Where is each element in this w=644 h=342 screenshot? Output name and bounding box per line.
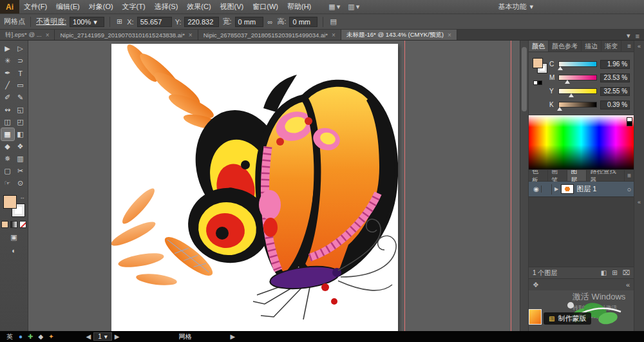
line-tool[interactable]: ╱ xyxy=(1,79,14,91)
tab-menu-icon[interactable]: ≡ xyxy=(636,32,639,40)
width-field[interactable]: 0 mm xyxy=(235,17,263,27)
magenta-slider[interactable] xyxy=(558,75,597,81)
layer-thumbnail[interactable] xyxy=(561,184,574,194)
tab-overflow-caret-icon[interactable]: ▾ xyxy=(627,32,630,40)
tab-pathfinder[interactable]: 路径查找器 xyxy=(587,170,625,181)
make-clipping-mask-icon[interactable]: ◧ xyxy=(601,269,607,276)
perspective-grid-tool[interactable]: ◰ xyxy=(14,116,27,128)
panel-menu-icon[interactable]: ≡ xyxy=(625,41,634,52)
next-artboard-icon[interactable]: ▶ xyxy=(115,333,120,340)
selection-tool[interactable]: ▶ xyxy=(1,43,14,55)
default-bw-swatches[interactable] xyxy=(533,81,542,85)
symbol-sprayer-tool[interactable]: ✵ xyxy=(1,153,14,165)
tab-gradient[interactable]: 渐变 xyxy=(601,41,621,52)
magenta-value-field[interactable]: 23.53 % xyxy=(600,73,630,82)
free-transform-tool[interactable]: ◱ xyxy=(14,104,27,116)
menu-file[interactable]: 文件(F) xyxy=(19,0,52,14)
menu-type[interactable]: 文字(T) xyxy=(118,0,150,14)
panel-menu-icon[interactable]: ≡ xyxy=(625,170,634,181)
hand-tool[interactable]: ☞ xyxy=(1,177,14,189)
mesh-tool[interactable]: ▦ xyxy=(1,128,14,140)
shape-builder-tool[interactable]: ◫ xyxy=(1,116,14,128)
cyan-value-field[interactable]: 1.96 % xyxy=(600,60,630,69)
spectrum-bw-swatches[interactable] xyxy=(627,117,632,126)
layer-target-icon[interactable]: ○ xyxy=(627,185,631,193)
document-layout-icon[interactable]: ▥▾ xyxy=(348,3,359,11)
expand-layer-icon[interactable]: ▶ xyxy=(554,186,558,192)
menu-edit[interactable]: 编辑(E) xyxy=(52,0,84,14)
tab-color-guide[interactable]: 颜色参考 xyxy=(549,41,582,52)
close-icon[interactable]: × xyxy=(189,32,193,39)
direct-selection-tool[interactable]: ▷ xyxy=(14,43,27,55)
tab-color[interactable]: 颜色 xyxy=(529,41,549,52)
slice-tool[interactable]: ✂ xyxy=(14,165,27,177)
new-layer-icon[interactable]: ⊞ xyxy=(612,269,617,276)
artboard[interactable] xyxy=(111,44,398,331)
slider-handle[interactable] xyxy=(557,107,562,111)
language-indicator[interactable]: 英 xyxy=(3,332,16,341)
collapsed-panel-row[interactable]: ❖ « xyxy=(529,278,634,290)
black-slider[interactable] xyxy=(558,102,597,108)
layer-row[interactable]: ◉ ▶ 图层 1 ○ xyxy=(529,182,634,197)
fill-color-proxy[interactable] xyxy=(533,59,542,68)
menu-effect[interactable]: 效果(C) xyxy=(182,0,215,14)
lock-toggle-cell[interactable] xyxy=(544,184,552,195)
opacity-field[interactable]: 100%▾ xyxy=(70,17,104,27)
collapse-dock-icon[interactable]: « xyxy=(638,43,641,50)
visibility-eye-icon[interactable]: ◉ xyxy=(531,185,542,193)
tab-layers[interactable]: 图层 xyxy=(567,170,587,181)
taskbar-app-icon-4[interactable]: ✦ xyxy=(46,333,56,340)
menu-window[interactable]: 窗口(W) xyxy=(248,0,283,14)
layer-name[interactable]: 图层 1 xyxy=(576,184,596,194)
color-mode-button[interactable] xyxy=(1,221,8,228)
canvas[interactable] xyxy=(28,41,528,331)
taskbar-app-icon-1[interactable]: ● xyxy=(16,333,25,340)
y-field[interactable]: 220.832 xyxy=(184,17,219,27)
cyan-slider[interactable] xyxy=(558,61,597,67)
rectangle-tool[interactable]: ▭ xyxy=(14,79,27,91)
none-mode-button[interactable] xyxy=(19,221,26,228)
fill-color-swatch[interactable] xyxy=(4,196,16,208)
collapse-dock-icon[interactable]: « xyxy=(626,281,630,289)
reference-point-icon[interactable]: ⊞ xyxy=(115,17,124,26)
menu-object[interactable]: 对象(O) xyxy=(84,0,118,14)
width-tool[interactable]: ↭ xyxy=(1,104,14,116)
taskbar-app-icon-3[interactable]: ◆ xyxy=(35,333,46,340)
scroll-right-icon[interactable]: ▶ xyxy=(231,333,236,340)
close-icon[interactable]: × xyxy=(448,32,451,39)
artboard-tool[interactable]: ▢ xyxy=(1,165,14,177)
x-field[interactable]: 55.657 xyxy=(137,17,172,27)
document-tab-2[interactable]: Nipic_27141959_20190703101615243838.ai* … xyxy=(55,30,198,40)
document-tab-4-active[interactable]: 未标题-16* @ 143.4% (CMYK/预览) × xyxy=(341,30,457,40)
yellow-slider[interactable] xyxy=(558,88,597,94)
arrange-documents-icon[interactable]: ▦▾ xyxy=(328,3,340,11)
workspace-switcher[interactable]: 基本功能 ▾ xyxy=(498,0,533,14)
lasso-tool[interactable]: ⊃ xyxy=(14,55,27,67)
artboard-number-field[interactable]: 1 ▾ xyxy=(93,332,112,341)
drawing-mode-icon[interactable]: ▣ xyxy=(10,233,17,242)
gradient-mode-button[interactable] xyxy=(10,221,17,228)
height-field[interactable]: 0 mm xyxy=(289,17,317,27)
vertical-scrollbar[interactable] xyxy=(520,41,528,331)
link-icon[interactable]: ∞ xyxy=(267,18,274,26)
black-value-field[interactable]: 0.39 % xyxy=(600,100,630,109)
paintbrush-tool[interactable]: ✐ xyxy=(1,91,14,104)
tab-brushes[interactable]: 画笔 xyxy=(548,170,567,181)
tab-swatches[interactable]: 色板 xyxy=(529,170,548,181)
slider-handle[interactable] xyxy=(565,80,570,84)
menu-view[interactable]: 视图(V) xyxy=(216,0,249,14)
swap-fill-stroke-icon[interactable]: ↔ xyxy=(20,195,25,200)
taskbar-app-icon-2[interactable]: ✚ xyxy=(25,333,35,340)
pen-tool[interactable]: ✒ xyxy=(1,67,14,79)
color-spectrum[interactable] xyxy=(529,115,634,170)
blend-tool[interactable]: ❖ xyxy=(14,140,27,153)
pencil-tool[interactable]: ✎ xyxy=(14,91,27,104)
slider-handle[interactable] xyxy=(569,93,574,97)
tab-stroke[interactable]: 描边 xyxy=(582,41,601,52)
menu-select[interactable]: 选择(S) xyxy=(150,0,183,14)
previous-artboard-icon[interactable]: ◀ xyxy=(86,333,91,340)
yellow-value-field[interactable]: 32.55 % xyxy=(600,87,630,96)
delete-layer-icon[interactable]: ⌧ xyxy=(623,269,630,276)
column-graph-tool[interactable]: ▥ xyxy=(14,153,27,165)
document-tab-1[interactable]: 转].eps* @ ... × xyxy=(0,30,55,40)
